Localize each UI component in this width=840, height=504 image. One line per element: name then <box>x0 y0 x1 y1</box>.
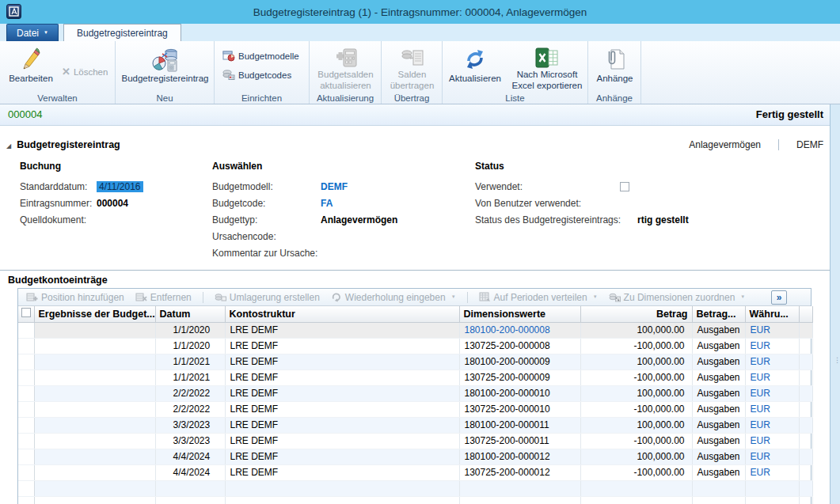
cell-amount-type[interactable]: Ausgaben <box>692 354 745 369</box>
table-row[interactable]: 2/2/2022LRE DEMF130725-200-000010-100,00… <box>18 401 812 417</box>
cell-amount[interactable]: 100,000.00 <box>580 449 692 464</box>
col-header-betragstyp[interactable]: Betrag... <box>692 306 745 322</box>
cell-amount-type[interactable]: Ausgaben <box>692 338 745 354</box>
cell-dimension[interactable]: 130725-200-000011 <box>459 433 580 449</box>
cell-structure[interactable]: LRE DEMF <box>225 322 459 338</box>
cell-dimension[interactable]: 180100-200-000009 <box>459 354 580 369</box>
cell-amount-type[interactable]: Ausgaben <box>692 433 745 449</box>
cell-structure[interactable]: LRE DEMF <box>225 433 459 449</box>
umlagerung-erstellen-button[interactable]: Umlagerung erstellen <box>215 292 320 303</box>
table-row[interactable]: 3/3/2023LRE DEMF180100-200-000011100,000… <box>18 417 812 433</box>
cell-currency[interactable]: EUR <box>745 338 799 354</box>
cell-result[interactable] <box>34 433 155 449</box>
cell-amount-type[interactable]: Ausgaben <box>692 369 745 385</box>
row-selector[interactable] <box>18 464 34 480</box>
cell-amount[interactable]: -100,000.00 <box>580 369 692 385</box>
cell-date[interactable]: 3/3/2023 <box>155 417 225 433</box>
row-selector[interactable] <box>18 369 34 385</box>
row-selector[interactable] <box>18 322 34 338</box>
table-row[interactable]: 1/1/2020LRE DEMF130725-200-000008-100,00… <box>18 338 812 354</box>
cell-amount-type[interactable]: Ausgaben <box>692 385 745 401</box>
loeschen-button[interactable]: ✕ Löschen <box>62 51 108 92</box>
table-row[interactable]: 3/3/2023LRE DEMF130725-200-000011-100,00… <box>18 433 812 449</box>
cell-amount[interactable] <box>580 496 692 504</box>
cell-dimension[interactable]: 180100-200-000010 <box>459 385 580 401</box>
row-selector[interactable] <box>18 401 34 417</box>
budgetcodes-button[interactable]: Budgetcodes <box>222 68 309 82</box>
cell-amount[interactable]: 100,000.00 <box>580 385 692 401</box>
row-selector[interactable] <box>18 496 34 504</box>
eintragsnummer-field[interactable]: 000004 <box>97 198 128 209</box>
row-selector[interactable] <box>18 417 34 433</box>
cell-amount-type[interactable]: Ausgaben <box>692 449 745 464</box>
budgetsalden-aktualisieren-button[interactable]: Budgetsalden aktualisieren <box>310 43 382 92</box>
cell-amount-type[interactable]: Ausgaben <box>692 401 745 417</box>
excel-export-button[interactable]: Nach Microsoft Excel exportieren <box>507 43 587 92</box>
cell-result[interactable] <box>34 449 155 464</box>
cell-amount[interactable]: 100,000.00 <box>580 417 692 433</box>
cell-structure[interactable]: LRE DEMF <box>225 401 459 417</box>
cell-date[interactable]: 4/4/2024 <box>155 464 225 480</box>
cell-date[interactable]: 2/2/2022 <box>155 401 225 417</box>
cell-structure[interactable]: LRE DEMF <box>225 354 459 369</box>
cell-structure[interactable] <box>225 496 459 504</box>
cell-result[interactable] <box>34 385 155 401</box>
table-row[interactable]: 1/1/2021LRE DEMF130725-200-000009-100,00… <box>18 369 812 385</box>
cell-amount-type[interactable]: Ausgaben <box>692 417 745 433</box>
cell-amount-type[interactable]: Ausgaben <box>692 322 745 338</box>
cell-structure[interactable]: LRE DEMF <box>225 417 459 433</box>
budgettyp-field[interactable]: Anlagevermögen <box>321 214 397 225</box>
cell-amount-type[interactable]: Ausgaben <box>692 464 745 480</box>
cell-date[interactable]: 1/1/2021 <box>155 354 225 369</box>
row-selector[interactable] <box>18 480 34 496</box>
cell-currency[interactable]: EUR <box>745 433 799 449</box>
cell-currency[interactable]: EUR <box>745 464 799 480</box>
cell-dimension[interactable]: 130725-200-000012 <box>459 464 580 480</box>
cell-structure[interactable]: LRE DEMF <box>225 464 459 480</box>
bearbeiten-button[interactable]: Bearbeiten <box>0 43 62 92</box>
salden-uebertragen-button[interactable]: Salden übertragen <box>382 43 443 92</box>
cell-structure[interactable]: LRE DEMF <box>225 449 459 464</box>
cell-amount-type[interactable] <box>692 480 745 496</box>
table-row[interactable]: 1/1/2020LRE DEMF180100-200-000008100,000… <box>18 322 812 338</box>
cell-amount[interactable]: -100,000.00 <box>580 401 692 417</box>
file-menu-button[interactable]: Datei <box>6 24 59 41</box>
cell-dimension[interactable]: 130725-200-000010 <box>459 401 580 417</box>
verwendet-checkbox[interactable] <box>620 182 629 191</box>
col-header-waehrung[interactable]: Währu... <box>745 306 799 322</box>
cell-structure[interactable]: LRE DEMF <box>225 385 459 401</box>
standarddatum-field[interactable]: 4/11/2016 <box>97 181 143 192</box>
auf-perioden-verteilen-button[interactable]: Auf Perioden verteilen <box>479 292 598 303</box>
anhaenge-button[interactable]: Anhänge <box>588 43 641 92</box>
cell-date[interactable]: 1/1/2020 <box>155 338 225 354</box>
cell-structure[interactable]: LRE DEMF <box>225 338 459 354</box>
select-all-header[interactable] <box>18 306 34 322</box>
table-row[interactable]: 4/4/2024LRE DEMF130725-200-000012-100,00… <box>18 464 812 480</box>
cell-dimension[interactable] <box>459 480 580 496</box>
row-selector[interactable] <box>18 338 34 354</box>
aktualisieren-button[interactable]: Aktualisieren <box>443 43 507 92</box>
cell-amount[interactable]: 100,000.00 <box>580 354 692 369</box>
cell-date[interactable] <box>155 480 225 496</box>
cell-currency[interactable]: EUR <box>745 385 799 401</box>
position-hinzufuegen-button[interactable]: Position hinzufügen <box>26 292 124 303</box>
wiederholung-eingeben-button[interactable]: Wiederholung eingeben <box>331 292 456 303</box>
cell-currency[interactable] <box>745 480 799 496</box>
cell-currency[interactable]: EUR <box>745 369 799 385</box>
cell-dimension[interactable]: 130725-200-000008 <box>459 338 580 354</box>
cell-structure[interactable]: LRE DEMF <box>225 369 459 385</box>
cell-result[interactable] <box>34 496 155 504</box>
cell-currency[interactable] <box>745 496 799 504</box>
cell-result[interactable] <box>34 417 155 433</box>
col-header-betrag[interactable]: Betrag <box>580 306 692 322</box>
cell-date[interactable]: 1/1/2020 <box>155 322 225 338</box>
table-row[interactable] <box>18 496 812 504</box>
cell-date[interactable]: 2/2/2022 <box>155 385 225 401</box>
cell-currency[interactable]: EUR <box>745 322 799 338</box>
cell-currency[interactable]: EUR <box>745 449 799 464</box>
cell-result[interactable] <box>34 369 155 385</box>
cell-date[interactable]: 4/4/2024 <box>155 449 225 464</box>
cell-dimension[interactable]: 180100-200-000012 <box>459 449 580 464</box>
cell-amount[interactable]: -100,000.00 <box>580 338 692 354</box>
cell-currency[interactable]: EUR <box>745 401 799 417</box>
